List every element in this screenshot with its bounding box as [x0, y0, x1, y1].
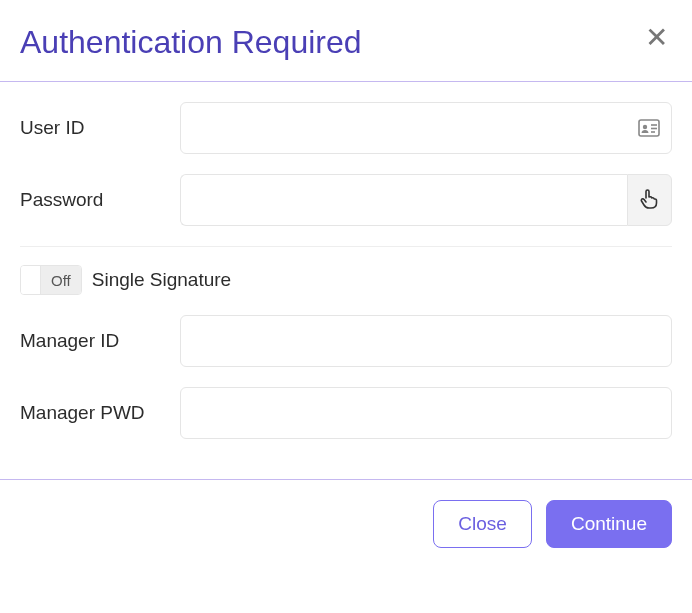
- manager-pwd-label: Manager PWD: [20, 402, 180, 424]
- section-divider: [20, 246, 672, 247]
- password-input-wrap: [180, 174, 672, 226]
- manager-pwd-input-wrap: [180, 387, 672, 439]
- modal-footer: Close Continue: [0, 479, 692, 568]
- user-id-input[interactable]: [180, 102, 672, 154]
- manager-id-input-wrap: [180, 315, 672, 367]
- svg-point-1: [643, 125, 647, 129]
- manager-id-input[interactable]: [180, 315, 672, 367]
- manager-pwd-row: Manager PWD: [20, 387, 672, 439]
- user-id-row: User ID: [20, 102, 672, 154]
- manager-pwd-input[interactable]: [180, 387, 672, 439]
- toggle-knob: [21, 266, 41, 294]
- single-signature-label: Single Signature: [92, 269, 231, 291]
- close-button[interactable]: Close: [433, 500, 532, 548]
- toggle-state-label: Off: [41, 266, 81, 294]
- modal-header: Authentication Required ✕: [0, 0, 692, 82]
- password-action-button[interactable]: [627, 174, 672, 226]
- password-input[interactable]: [180, 174, 627, 226]
- id-card-icon: [638, 119, 660, 137]
- user-id-label: User ID: [20, 117, 180, 139]
- manager-id-row: Manager ID: [20, 315, 672, 367]
- hand-pointer-icon: [639, 187, 659, 213]
- password-label: Password: [20, 189, 180, 211]
- password-row: Password: [20, 174, 672, 226]
- authentication-modal: Authentication Required ✕ User ID: [0, 0, 692, 613]
- continue-button[interactable]: Continue: [546, 500, 672, 548]
- user-id-input-wrap: [180, 102, 672, 154]
- close-icon[interactable]: ✕: [641, 24, 672, 52]
- single-signature-toggle[interactable]: Off: [20, 265, 82, 295]
- manager-id-label: Manager ID: [20, 330, 180, 352]
- modal-title: Authentication Required: [20, 24, 362, 61]
- single-signature-row: Off Single Signature: [20, 265, 672, 295]
- modal-body: User ID Password: [0, 82, 692, 479]
